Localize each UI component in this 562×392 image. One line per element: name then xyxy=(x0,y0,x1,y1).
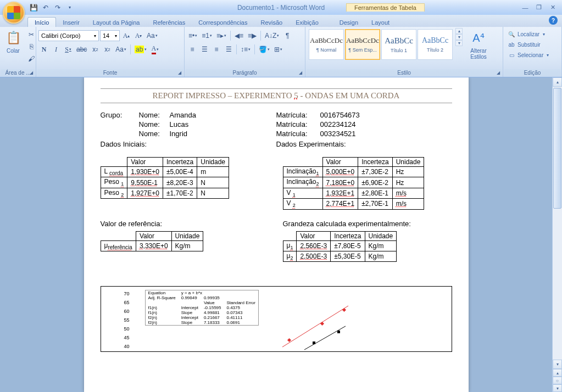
underline-button[interactable]: S xyxy=(63,44,74,55)
shading-button[interactable]: 🪣 xyxy=(257,44,271,55)
quick-access-toolbar: 💾 ↶ ↷ ▾ xyxy=(29,3,75,13)
calculated-value-table: ValorIncertezaUnidade μ12,560E-3±7,80E-5… xyxy=(283,231,397,262)
numbering-button[interactable]: ≡1 xyxy=(200,30,214,41)
style-gallery-nav[interactable]: ▴▾▾ xyxy=(455,28,463,46)
tab-correspondencias[interactable]: Correspondências xyxy=(192,18,254,27)
format-painter-icon[interactable]: 🖌 xyxy=(26,53,37,64)
style-normal[interactable]: AaBbCcDc¶ Normal xyxy=(309,29,344,60)
tab-exibicao[interactable]: Exibição xyxy=(289,18,325,27)
scroll-up-icon[interactable]: ▴ xyxy=(553,77,562,87)
paste-icon: 📋 xyxy=(4,29,22,47)
experimental-data-table: ValorIncertezaUnidade Inclinação15,000E+… xyxy=(283,157,425,210)
scroll-track[interactable] xyxy=(553,87,562,360)
font-launcher[interactable]: ◢ xyxy=(176,69,183,76)
italic-button[interactable]: I xyxy=(51,44,62,55)
close-button[interactable]: ✕ xyxy=(547,3,559,13)
tab-layout-pagina[interactable]: Layout da Página xyxy=(86,18,147,27)
highlight-button[interactable]: ab xyxy=(133,44,148,55)
select-button[interactable]: ▭Selecionar▾ xyxy=(508,50,549,60)
increase-indent-button[interactable]: ≡▶ xyxy=(246,30,258,41)
help-icon[interactable]: ? xyxy=(549,16,558,25)
next-page-icon[interactable]: ▾ xyxy=(553,384,562,392)
grow-font-icon[interactable]: A▴ xyxy=(121,30,132,41)
replace-icon: ab xyxy=(508,42,515,48)
title-bar: 💾 ↶ ↷ ▾ Documento1 - Microsoft Word Ferr… xyxy=(0,0,562,15)
superscript-button[interactable]: x2 xyxy=(102,44,113,55)
paragraph-launcher[interactable]: ◢ xyxy=(297,69,304,76)
group-font: Calibri (Corpo)▾ 14▾ A▴ A▾ Aa N I S abc … xyxy=(36,27,185,77)
scroll-thumb[interactable] xyxy=(553,88,561,209)
font-color-button[interactable]: A xyxy=(149,44,160,55)
align-center-button[interactable]: ☰ xyxy=(199,44,210,55)
borders-button[interactable]: ⊞ xyxy=(272,44,284,55)
cut-icon[interactable]: ✂ xyxy=(26,29,37,40)
decrease-indent-button[interactable]: ◀≡ xyxy=(233,30,245,41)
clear-format-icon[interactable]: Aa xyxy=(145,30,159,41)
svg-line-0 xyxy=(282,306,348,347)
document-area: REPORT IMPRESSO – EXPERIMENTO 5 - ONDAS … xyxy=(0,77,552,392)
justify-button[interactable]: ☰ xyxy=(223,44,234,55)
prev-page-icon[interactable]: ▴ xyxy=(553,369,562,377)
bold-button[interactable]: N xyxy=(38,44,49,55)
minimize-button[interactable]: — xyxy=(519,3,531,13)
office-button[interactable] xyxy=(3,2,25,24)
font-name-combo[interactable]: Calibri (Corpo)▾ xyxy=(38,30,99,41)
initial-data-table: ValorIncertezaUnidade L corda1,930E+0±5,… xyxy=(101,157,230,199)
chart: 70656055504540 Equationy = a + b*x Adj. … xyxy=(101,286,452,352)
style-titulo1[interactable]: AaBbCcTítulo 1 xyxy=(381,29,416,60)
change-styles-button[interactable]: A⁴ Alterar Estilos xyxy=(468,28,489,61)
restore-button[interactable]: ❐ xyxy=(533,3,545,13)
group-editing: 🔍Localizar▾ abSubstituir ▭Selecionar▾ Ed… xyxy=(503,27,562,77)
chart-legend: Equationy = a + b*x Adj. R-Square0.99849… xyxy=(145,290,259,326)
multilevel-button[interactable]: ≡▸ xyxy=(215,30,228,41)
subscript-button[interactable]: x2 xyxy=(90,44,101,55)
group-clipboard: 📋 Colar ✂ ⎘ 🖌 Área de ... ◢ xyxy=(0,27,36,77)
tab-inicio[interactable]: Início xyxy=(27,17,56,27)
select-icon: ▭ xyxy=(508,52,515,58)
reference-value-table: ValorUnidade μreferência3,330E+0Kg/m xyxy=(101,231,204,251)
change-case-button[interactable]: Aa xyxy=(114,44,128,55)
paste-button[interactable]: 📋 Colar xyxy=(2,28,24,55)
undo-icon[interactable]: ↶ xyxy=(41,3,51,13)
vertical-scrollbar[interactable]: ▴ ▾ ▴ ○ ▾ xyxy=(552,77,562,392)
student-info: Grupo:Nome:Amanda Nome:Lucas Nome:Ingrid… xyxy=(101,111,452,152)
save-icon[interactable]: 💾 xyxy=(29,3,38,13)
line-spacing-button[interactable]: ↕≡ xyxy=(239,44,252,55)
show-marks-button[interactable]: ¶ xyxy=(282,30,293,41)
scroll-down-icon[interactable]: ▾ xyxy=(553,360,562,369)
tab-design[interactable]: Design xyxy=(333,18,365,27)
group-styles: AaBbCcDc¶ Normal AaBbCcDc¶ Sem Esp... Aa… xyxy=(305,27,503,77)
svg-line-1 xyxy=(304,326,346,350)
tab-inserir[interactable]: Inserir xyxy=(56,18,86,27)
align-left-button[interactable]: ≡ xyxy=(187,44,198,55)
find-button[interactable]: 🔍Localizar▾ xyxy=(508,29,549,39)
strike-button[interactable]: abc xyxy=(75,44,88,55)
page[interactable]: REPORT IMPRESSO – EXPERIMENTO 5 - ONDAS … xyxy=(84,77,469,392)
copy-icon[interactable]: ⎘ xyxy=(26,41,37,52)
replace-button[interactable]: abSubstituir xyxy=(508,40,549,49)
chart-y-ticks: 70656055504540 xyxy=(124,291,130,349)
change-styles-icon: A⁴ xyxy=(470,29,487,47)
window-title: Documento1 - Microsoft Word xyxy=(0,4,562,12)
align-right-button[interactable]: ≡ xyxy=(211,44,222,55)
tab-revisao[interactable]: Revisão xyxy=(254,18,289,27)
styles-launcher[interactable]: ◢ xyxy=(495,69,502,76)
table-tools-label: Ferramentas de Tabela xyxy=(346,3,425,12)
font-size-combo[interactable]: 14▾ xyxy=(100,30,120,41)
redo-icon[interactable]: ↷ xyxy=(53,3,63,13)
browse-object-icon[interactable]: ○ xyxy=(553,377,562,384)
find-icon: 🔍 xyxy=(508,31,515,37)
tab-referencias[interactable]: Referências xyxy=(147,18,192,27)
style-gallery: AaBbCcDc¶ Normal AaBbCcDc¶ Sem Esp... Aa… xyxy=(308,28,454,61)
qat-customize-icon[interactable]: ▾ xyxy=(65,3,75,13)
document-title: REPORT IMPRESSO – EXPERIMENTO 5 - ONDAS … xyxy=(101,88,452,103)
sort-button[interactable]: A↓Z xyxy=(263,30,281,41)
clipboard-launcher[interactable]: ◢ xyxy=(28,69,35,76)
bullets-button[interactable]: ≡• xyxy=(187,30,199,41)
ribbon-tabs: Início Inserir Layout da Página Referênc… xyxy=(0,15,562,27)
group-paragraph: ≡• ≡1 ≡▸ ◀≡ ≡▶ A↓Z ¶ ≡ ☰ ≡ ☰ ↕≡ 🪣 ⊞ xyxy=(185,27,305,77)
tab-layout[interactable]: Layout xyxy=(365,18,396,27)
style-sem-espac[interactable]: AaBbCcDc¶ Sem Esp... xyxy=(345,29,380,60)
style-titulo2[interactable]: AaBbCcTítulo 2 xyxy=(418,29,453,60)
shrink-font-icon[interactable]: A▾ xyxy=(133,30,144,41)
